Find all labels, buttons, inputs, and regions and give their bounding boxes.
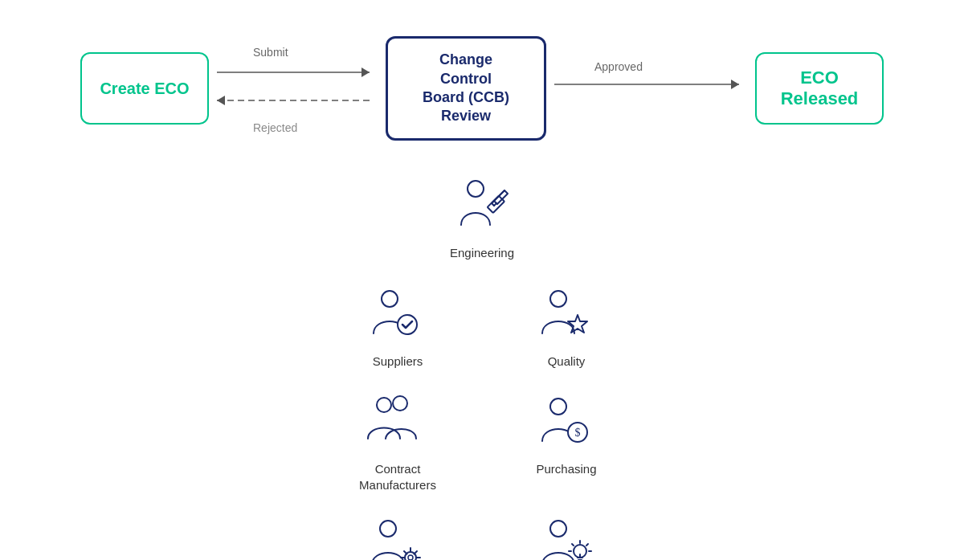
stakeholders-section: Engineering Suppliers: [0, 161, 964, 560]
create-eco-label: Create ECO: [100, 79, 189, 98]
flow-arrow-right: [546, 64, 755, 112]
create-eco-box: Create ECO: [80, 52, 209, 125]
svg-point-19: [550, 399, 566, 415]
manufacturing-item: Manufacturing: [345, 509, 450, 560]
icons-row-2: Suppliers Quality: [345, 277, 619, 370]
submit-label: Submit: [253, 46, 288, 59]
contract-manufacturers-item: Contract Manufacturers: [345, 385, 450, 493]
suppliers-label: Suppliers: [373, 354, 423, 370]
svg-marker-16: [568, 315, 587, 333]
svg-marker-5: [731, 80, 739, 89]
manufacturing-icon: [362, 509, 434, 560]
contract-manufacturers-icon: [362, 385, 434, 457]
purchasing-label: Purchasing: [536, 461, 596, 477]
svg-line-31: [415, 551, 418, 554]
svg-line-38: [572, 544, 574, 546]
marketing-item: Marketing: [514, 509, 619, 560]
ccb-label: Change Control Board (CCB) Review: [423, 51, 509, 126]
svg-text:$: $: [575, 427, 581, 439]
icons-row-1: Engineering: [430, 169, 534, 261]
svg-line-29: [404, 551, 407, 554]
ccb-box: Change Control Board (CCB) Review: [386, 36, 546, 141]
engineering-item: Engineering: [430, 169, 534, 261]
purchasing-item: $ Purchasing: [514, 385, 619, 477]
eco-released-label: ECO Released: [781, 67, 859, 110]
icons-row-4: Manufacturing: [345, 509, 619, 560]
svg-point-33: [550, 521, 566, 537]
icons-row-3: Contract Manufacturers $ Purchasing: [345, 385, 619, 493]
marketing-icon: [530, 509, 602, 560]
svg-point-15: [550, 291, 566, 307]
svg-marker-1: [362, 67, 370, 77]
contract-manufacturers-label: Contract Manufacturers: [359, 461, 436, 493]
flow-diagram: Create ECO Submit Rejected Change Contro…: [0, 0, 964, 161]
svg-point-6: [468, 181, 484, 197]
svg-point-14: [398, 315, 417, 334]
svg-point-18: [393, 396, 407, 411]
svg-point-22: [380, 521, 396, 537]
suppliers-item: Suppliers: [345, 277, 450, 370]
quality-icon: [530, 277, 602, 349]
svg-point-17: [377, 398, 391, 412]
svg-point-24: [408, 555, 413, 560]
engineering-label: Engineering: [450, 245, 514, 261]
approved-label: Approved: [594, 60, 643, 73]
engineering-icon: [446, 169, 518, 241]
svg-line-39: [586, 544, 588, 546]
eco-released-box: ECO Released: [755, 52, 884, 125]
quality-label: Quality: [548, 354, 586, 370]
svg-line-12: [494, 203, 496, 206]
rejected-label: Rejected: [253, 121, 297, 134]
suppliers-icon: [362, 277, 434, 349]
svg-marker-3: [217, 96, 225, 105]
purchasing-icon: $: [530, 385, 602, 457]
quality-item: Quality: [514, 277, 619, 370]
svg-point-13: [382, 291, 398, 307]
flow-arrows-left: [209, 48, 386, 129]
